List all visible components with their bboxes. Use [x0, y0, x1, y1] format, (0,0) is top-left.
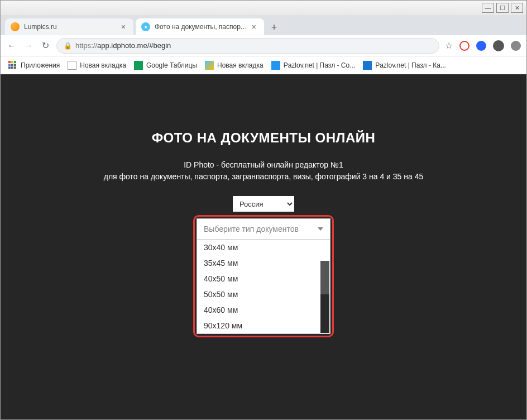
document-type-dropdown: Выберите тип документов 30x40 мм 35x45 м… [197, 218, 330, 334]
dropdown-option[interactable]: 40x60 мм [197, 302, 330, 318]
page-heading: ФОТО НА ДОКУМЕНТЫ ОНЛАЙН [1, 130, 526, 146]
url-text: app.idphoto.me/#begin [97, 41, 171, 50]
menu-button[interactable] [511, 41, 521, 51]
window-maximize-button[interactable]: ☐ [496, 3, 509, 13]
scrollbar-thumb[interactable] [320, 261, 329, 294]
bookmark-label: Приложения [21, 61, 60, 69]
back-button[interactable]: ← [6, 40, 17, 51]
document-type-input[interactable]: Выберите тип документов [197, 218, 330, 240]
apps-icon [8, 61, 17, 70]
dropdown-scrollbar[interactable] [320, 261, 329, 333]
close-icon[interactable]: × [119, 22, 128, 31]
subtitle-line-2: для фото на документы, паспорта, загранп… [1, 171, 526, 183]
tab-lumpics[interactable]: Lumpics.ru × [5, 18, 133, 35]
chevron-down-icon [318, 227, 323, 231]
lock-icon: 🔒 [64, 42, 72, 50]
image-icon [205, 61, 214, 70]
address-bar: ← → ↻ 🔒 https://app.idphoto.me/#begin ☆ [1, 35, 526, 56]
tab-idphoto[interactable]: ✦ Фото на документы, паспорта, з × [136, 18, 264, 35]
puzzle-icon [363, 61, 372, 70]
favicon-icon [11, 22, 20, 31]
bookmark-label: Google Таблицы [146, 61, 197, 69]
bookmark-item[interactable]: Pazlov.net | Пазл - Со... [271, 61, 355, 70]
forward-button: → [23, 40, 34, 51]
extension-icon[interactable] [459, 41, 469, 51]
bookmark-apps[interactable]: Приложения [8, 61, 60, 70]
close-icon[interactable]: × [250, 22, 258, 31]
dropdown-options: 30x40 мм 35x45 мм 40x50 мм 50x50 мм 40x6… [197, 240, 330, 334]
page-icon [68, 61, 76, 70]
bookmark-item[interactable]: Новая вкладка [68, 61, 126, 70]
url-input[interactable]: 🔒 https://app.idphoto.me/#begin [56, 38, 439, 54]
bookmark-label: Pazlov.net | Пазл - Со... [284, 61, 355, 69]
dropdown-option[interactable]: 30x40 мм [197, 240, 330, 255]
window-minimize-button[interactable]: — [482, 3, 494, 13]
profile-avatar[interactable] [493, 40, 504, 51]
bookmark-item[interactable]: Google Таблицы [134, 61, 197, 70]
bookmark-item[interactable]: Pazlov.net | Пазл - Ка... [363, 61, 446, 70]
reload-button[interactable]: ↻ [40, 40, 51, 51]
subtitle-line-1: ID Photo - бесплатный онлайн редактор №1 [1, 159, 526, 171]
bookmarks-bar: Приложения Новая вкладка Google Таблицы … [1, 56, 526, 74]
dropdown-option[interactable]: 35x45 мм [197, 255, 330, 271]
tab-title: Lumpics.ru [24, 23, 119, 31]
page-content: ФОТО НА ДОКУМЕНТЫ ОНЛАЙН ID Photo - бесп… [1, 74, 526, 420]
bookmark-label: Новая вкладка [80, 61, 126, 69]
favicon-icon: ✦ [141, 22, 150, 31]
window-close-button[interactable]: ✕ [511, 3, 523, 13]
country-select[interactable]: Россия [233, 196, 294, 212]
dropdown-option[interactable]: 90x120 мм [197, 318, 330, 333]
bookmark-label: Pazlov.net | Пазл - Ка... [375, 61, 446, 69]
bookmark-label: Новая вкладка [217, 61, 264, 69]
bookmark-item[interactable]: Новая вкладка [205, 61, 264, 70]
dropdown-option[interactable]: 40x50 мм [197, 271, 330, 287]
puzzle-icon [271, 61, 280, 70]
bookmark-star-icon[interactable]: ☆ [445, 40, 453, 51]
dropdown-option[interactable]: 50x50 мм [197, 287, 330, 302]
extension-icon[interactable] [476, 41, 486, 51]
new-tab-button[interactable]: + [266, 20, 282, 35]
tab-strip: Lumpics.ru × ✦ Фото на документы, паспор… [1, 16, 526, 35]
tab-title: Фото на документы, паспорта, з [155, 23, 250, 31]
url-prefix: https:// [75, 41, 97, 50]
sheets-icon [134, 61, 143, 70]
placeholder-text: Выберите тип документов [204, 225, 299, 233]
window-titlebar: — ☐ ✕ [1, 1, 526, 16]
